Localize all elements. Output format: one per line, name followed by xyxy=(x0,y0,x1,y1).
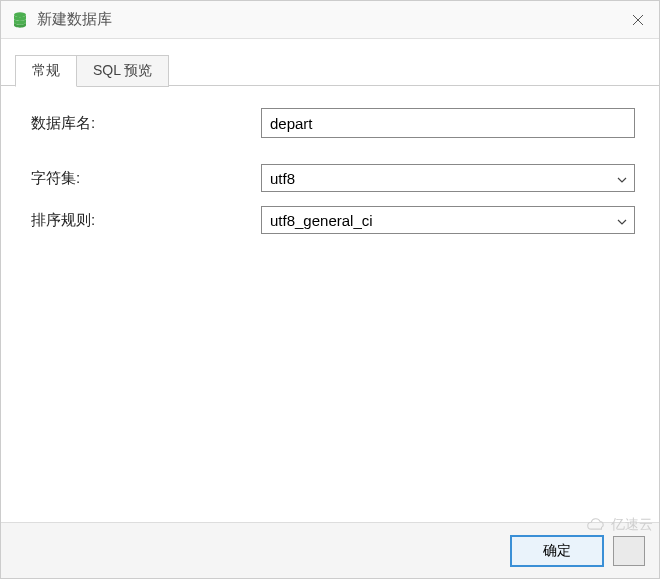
field-row-charset: 字符集: xyxy=(31,164,635,192)
charset-label: 字符集: xyxy=(31,169,261,188)
titlebar: 新建数据库 xyxy=(1,1,659,39)
database-icon xyxy=(11,11,29,29)
dbname-label: 数据库名: xyxy=(31,114,261,133)
dialog-footer: 确定 xyxy=(1,522,659,578)
secondary-button[interactable] xyxy=(613,536,645,566)
ok-button[interactable]: 确定 xyxy=(511,536,603,566)
charset-combobox[interactable] xyxy=(261,164,635,192)
dbname-input[interactable] xyxy=(261,108,635,138)
tab-content-general: 数据库名: 字符集: 排序规则: xyxy=(1,86,659,522)
close-button[interactable] xyxy=(617,1,659,39)
collation-combobox[interactable] xyxy=(261,206,635,234)
svg-point-0 xyxy=(14,12,26,17)
field-row-dbname: 数据库名: xyxy=(31,108,635,138)
tab-sql-preview[interactable]: SQL 预览 xyxy=(77,55,169,87)
tabbar: 常规 SQL 预览 xyxy=(1,39,659,86)
tab-general[interactable]: 常规 xyxy=(15,55,77,87)
close-icon xyxy=(632,14,644,26)
collation-label: 排序规则: xyxy=(31,211,261,230)
dialog-window: 新建数据库 常规 SQL 预览 数据库名: 字符集: xyxy=(0,0,660,579)
field-row-collation: 排序规则: xyxy=(31,206,635,234)
window-title: 新建数据库 xyxy=(37,10,617,29)
